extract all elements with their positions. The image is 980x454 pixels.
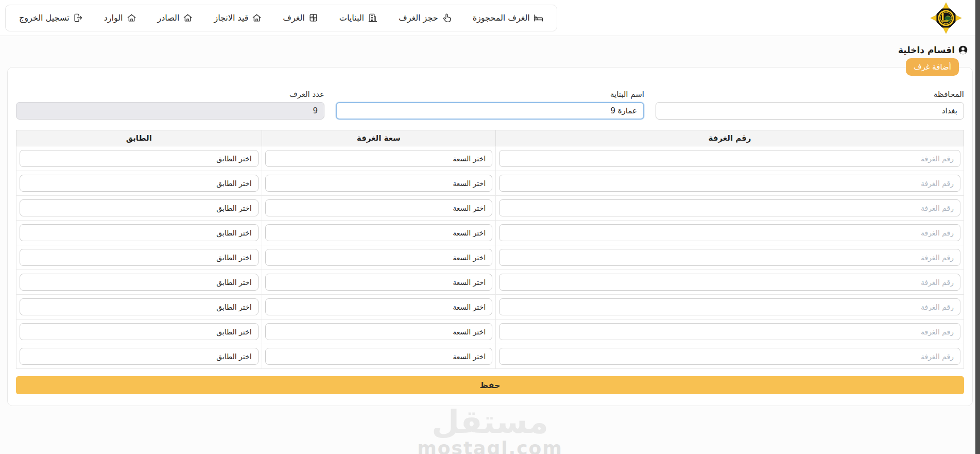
nav-item-label: تسجيل الخروج xyxy=(19,13,70,23)
rooms-count-field-group: عدد الغرف xyxy=(16,90,324,120)
floor-select[interactable]: اختر الطابق xyxy=(20,274,259,291)
nav-item-buildings[interactable]: البنايات xyxy=(339,13,377,23)
main-nav: الغرف المحجوزة حجز الغرف البنايات الغرف xyxy=(5,5,557,31)
nav-item-outgoing[interactable]: الصادر xyxy=(158,13,193,23)
page-title-text: اقسام داخلية xyxy=(898,45,955,55)
floor-select[interactable]: اختر الطابق xyxy=(20,298,259,315)
nav-item-label: البنايات xyxy=(339,13,364,23)
topbar: الغرف المحجوزة حجز الغرف البنايات الغرف xyxy=(0,0,980,36)
room-number-input[interactable] xyxy=(499,150,960,167)
book-rooms-icon xyxy=(442,13,452,23)
nav-item-label: الغرف المحجوزة xyxy=(473,13,530,23)
page-title: اقسام داخلية xyxy=(898,45,968,55)
logout-icon xyxy=(73,13,83,23)
rooms-form-card: المحافظة اسم البناية عدد الغرف رقم الغرف… xyxy=(7,67,973,406)
nav-item-incoming[interactable]: الوارد xyxy=(104,13,136,23)
vertical-scrollbar[interactable] xyxy=(975,0,980,454)
watermark: مستقل mostaql.com xyxy=(0,406,980,454)
buildings-icon xyxy=(368,13,377,23)
room-number-input[interactable] xyxy=(499,348,960,365)
floor-header: الطابق xyxy=(16,130,262,146)
room-number-input[interactable] xyxy=(499,298,960,315)
nav-item-label: الغرف xyxy=(283,13,304,23)
capacity-select[interactable]: اختر السعة xyxy=(265,298,492,315)
nav-item-label: حجز الغرف xyxy=(399,13,438,23)
add-rooms-button[interactable]: أضافة غرف xyxy=(906,58,959,76)
capacity-select[interactable]: اختر السعة xyxy=(265,224,492,241)
floor-select[interactable]: اختر الطابق xyxy=(20,199,259,216)
capacity-select[interactable]: اختر السعة xyxy=(265,150,492,167)
user-icon xyxy=(958,45,968,55)
table-row: اختر السعة اختر الطابق xyxy=(16,171,964,196)
table-row: اختر السعة اختر الطابق xyxy=(16,295,964,320)
building-name-input[interactable] xyxy=(336,102,644,120)
nav-item-label: الصادر xyxy=(158,13,180,23)
table-row: اختر السعة اختر الطابق xyxy=(16,245,964,270)
table-row: اختر السعة اختر الطابق xyxy=(16,146,964,171)
table-row: اختر السعة اختر الطابق xyxy=(16,196,964,221)
university-emblem-icon xyxy=(929,3,963,33)
rooms-count-label: عدد الغرف xyxy=(16,90,324,99)
nav-item-book-rooms[interactable]: حجز الغرف xyxy=(399,13,452,23)
nav-item-in-progress[interactable]: قيد الانجاز xyxy=(214,13,262,23)
floor-select[interactable]: اختر الطابق xyxy=(20,249,259,266)
rooms-icon xyxy=(308,13,318,23)
governorate-field-group: المحافظة xyxy=(656,90,964,120)
governorate-label: المحافظة xyxy=(656,90,964,99)
capacity-select[interactable]: اختر السعة xyxy=(265,249,492,266)
incoming-icon xyxy=(127,13,136,23)
floor-select[interactable]: اختر الطابق xyxy=(20,175,259,192)
table-row: اختر السعة اختر الطابق xyxy=(16,344,964,369)
capacity-select[interactable]: اختر السعة xyxy=(265,175,492,192)
table-row: اختر السعة اختر الطابق xyxy=(16,270,964,295)
building-name-label: اسم البناية xyxy=(336,90,644,99)
governorate-input[interactable] xyxy=(656,102,964,120)
capacity-select[interactable]: اختر السعة xyxy=(265,274,492,291)
save-button[interactable]: حفظ xyxy=(16,376,964,394)
floor-select[interactable]: اختر الطابق xyxy=(20,323,259,340)
floor-select[interactable]: اختر الطابق xyxy=(20,348,259,365)
nav-item-label: قيد الانجاز xyxy=(214,13,248,23)
capacity-select[interactable]: اختر السعة xyxy=(265,323,492,340)
capacity-select[interactable]: اختر السعة xyxy=(265,199,492,216)
nav-item-label: الوارد xyxy=(104,13,123,23)
room-number-input[interactable] xyxy=(499,249,960,266)
building-info-row: المحافظة اسم البناية عدد الغرف xyxy=(16,90,964,120)
room-number-input[interactable] xyxy=(499,199,960,216)
rooms-table: رقم الغرفة سعة الغرفة الطابق اختر السعة … xyxy=(16,130,964,369)
nav-item-logout[interactable]: تسجيل الخروج xyxy=(19,13,83,23)
room-capacity-header: سعة الغرفة xyxy=(262,130,495,146)
outgoing-icon xyxy=(183,13,193,23)
nav-item-rooms[interactable]: الغرف xyxy=(283,13,318,23)
room-number-input[interactable] xyxy=(499,175,960,192)
floor-select[interactable]: اختر الطابق xyxy=(20,224,259,241)
table-header-row: رقم الغرفة سعة الغرفة الطابق xyxy=(16,130,964,146)
capacity-select[interactable]: اختر السعة xyxy=(265,348,492,365)
mostaql-site-text: mostaql.com xyxy=(0,439,980,454)
room-number-input[interactable] xyxy=(499,274,960,291)
room-number-input[interactable] xyxy=(499,323,960,340)
mostaql-logo-text: مستقل xyxy=(0,406,980,438)
room-number-header: رقم الغرفة xyxy=(496,130,964,146)
building-name-field-group: اسم البناية xyxy=(336,90,644,120)
floor-select[interactable]: اختر الطابق xyxy=(20,150,259,167)
university-logo[interactable] xyxy=(929,3,963,33)
rooms-count-input xyxy=(16,102,324,120)
table-row: اختر السعة اختر الطابق xyxy=(16,320,964,344)
room-number-input[interactable] xyxy=(499,224,960,241)
table-row: اختر السعة اختر الطابق xyxy=(16,221,964,245)
nav-item-reserved-rooms[interactable]: الغرف المحجوزة xyxy=(473,13,543,23)
reserved-rooms-icon xyxy=(534,13,543,23)
in-progress-icon xyxy=(252,13,262,23)
